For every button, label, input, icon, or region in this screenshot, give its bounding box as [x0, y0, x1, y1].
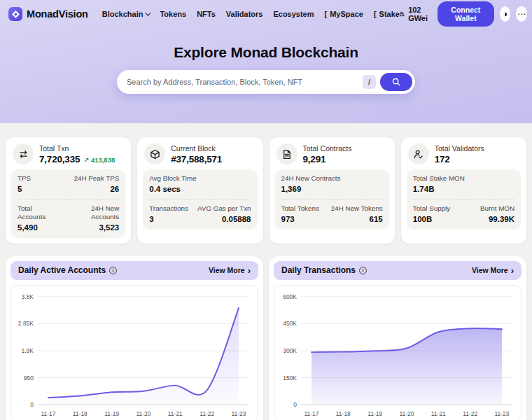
search-button[interactable] [380, 73, 412, 91]
theme-toggle-button[interactable]: ◑ [500, 6, 510, 22]
stat-delta: ↗ 413,838 [83, 156, 115, 164]
stat-subcard: TPS5 24H Peak TPS26 Total Accounts5,490 … [11, 169, 125, 238]
info-icon: i [109, 267, 117, 274]
daily-active-accounts-card: Daily Active Accountsi View More› 09501.… [6, 256, 263, 420]
dashed-divider [18, 199, 119, 200]
svg-text:3.8K: 3.8K [22, 293, 34, 300]
stat-label: Total Validators [435, 144, 484, 153]
svg-text:11-23: 11-23 [231, 410, 246, 417]
daily-transactions-chart: 0150K300K450K600K11-1711-1811-1911-2011-… [274, 286, 521, 420]
nav-right: 102 GWei Connect Wallet ◑ ⋯ [400, 1, 527, 27]
chart-plot-area: 09501.9K2.85K3.8K11-1711-1811-1911-2011-… [10, 285, 258, 420]
navbar: MonadVision Blockchain Tokens NFTs Valid… [0, 0, 532, 28]
more-menu-button[interactable]: ⋯ [516, 6, 526, 22]
svg-text:11-21: 11-21 [431, 410, 446, 417]
exchange-icon [13, 144, 34, 164]
charts-row: Daily Active Accountsi View More› 09501.… [6, 256, 526, 420]
trend-up-icon: ↗ [83, 156, 89, 164]
chart-header: Daily Active Accountsi View More› [10, 261, 258, 280]
nav-item-ecosystem[interactable]: Ecosystem [273, 10, 314, 18]
svg-text:11-23: 11-23 [494, 410, 509, 417]
svg-text:150K: 150K [283, 374, 297, 382]
view-more-button[interactable]: View More› [209, 266, 251, 275]
stat-card-total-txn: Total Txn 7,720,335 ↗ 413,838 TPS5 24H P… [6, 137, 131, 244]
nav-links: Blockchain Tokens NFTs Validators Ecosys… [102, 10, 400, 18]
view-more-button[interactable]: View More› [472, 266, 514, 275]
svg-text:11-19: 11-19 [368, 410, 382, 417]
keyboard-shortcut-badge: / [363, 75, 376, 89]
cube-icon [144, 144, 165, 164]
chevron-down-icon [146, 10, 151, 15]
brand[interactable]: MonadVision [8, 7, 88, 21]
chart-plot-area: 0150K300K450K600K11-1711-1811-1911-2011-… [274, 285, 522, 420]
stat-value: 9,291 [303, 154, 326, 164]
svg-text:11-18: 11-18 [336, 410, 351, 417]
validator-icon [408, 144, 429, 164]
theme-toggle-icon: ◑ [503, 10, 507, 18]
chevron-right-icon: › [248, 266, 251, 275]
chevron-right-icon: › [511, 266, 514, 275]
svg-text:11-21: 11-21 [168, 410, 183, 417]
svg-text:450K: 450K [283, 320, 297, 327]
dashed-divider [149, 199, 251, 200]
nav-item-tokens[interactable]: Tokens [160, 10, 186, 18]
svg-text:950: 950 [24, 374, 34, 382]
gas-pump-icon [400, 10, 405, 18]
nav-item-myspace[interactable]: [MySpace [325, 10, 363, 18]
svg-text:600K: 600K [283, 293, 297, 300]
svg-text:2.85K: 2.85K [18, 320, 34, 327]
dashed-divider [413, 199, 514, 200]
more-icon: ⋯ [517, 10, 526, 18]
nav-item-stake[interactable]: [Stake [374, 10, 400, 18]
daily-transactions-card: Daily Transactionsi View More› 0150K300K… [269, 256, 526, 420]
svg-text:300K: 300K [283, 347, 297, 354]
svg-text:11-19: 11-19 [104, 410, 119, 417]
brand-name: MonadVision [27, 8, 88, 20]
stat-subcard: 24H New Contracts1,369 Total Tokens973 2… [275, 169, 389, 230]
page-title: Explore Monad Blockchain [0, 44, 532, 61]
gas-price: 102 GWei [400, 6, 432, 22]
stat-label: Total Txn [39, 144, 115, 153]
stake-icon: [ [374, 10, 377, 18]
stat-subcard: Total Stake MON1.74B Total Supply100B Bu… [407, 169, 521, 230]
stat-value: #37,588,571 [171, 154, 222, 164]
stat-value: 7,720,335 [39, 154, 80, 164]
svg-text:0: 0 [30, 401, 34, 408]
stat-card-total-validators: Total Validators 172 Total Stake MON1.74… [401, 137, 526, 244]
hero-section: MonadVision Blockchain Tokens NFTs Valid… [0, 0, 532, 123]
svg-text:11-22: 11-22 [463, 410, 477, 417]
nav-item-nfts[interactable]: NFTs [197, 10, 216, 18]
stat-label: Total Contracts [303, 144, 352, 153]
daily-active-accounts-chart: 09501.9K2.85K3.8K11-1711-1811-1911-2011-… [11, 286, 258, 420]
monad-logo-icon [8, 7, 22, 21]
chart-header: Daily Transactionsi View More› [274, 261, 522, 280]
svg-text:11-20: 11-20 [136, 410, 150, 417]
chart-title: Daily Active Accountsi [18, 265, 117, 275]
search-icon [391, 77, 401, 87]
stat-card-total-contracts: Total Contracts 9,291 24H New Contracts1… [270, 137, 395, 244]
svg-text:1.9K: 1.9K [22, 347, 34, 354]
search-input[interactable] [127, 78, 363, 86]
svg-text:0: 0 [293, 401, 297, 408]
search-bar: / [117, 70, 415, 94]
svg-text:11-22: 11-22 [200, 410, 214, 417]
stat-label: Current Block [171, 144, 222, 153]
stat-card-current-block: Current Block #37,588,571 Avg Block Time… [137, 137, 262, 244]
svg-text:11-20: 11-20 [399, 410, 414, 417]
nav-item-blockchain[interactable]: Blockchain [102, 10, 150, 18]
info-icon: i [359, 267, 367, 274]
stat-subcard: Avg Block Time0.4 secs Transactions3 AVG… [143, 169, 257, 230]
stat-value: 172 [435, 154, 450, 164]
myspace-icon: [ [325, 10, 328, 18]
dashed-divider [281, 199, 383, 200]
svg-text:11-18: 11-18 [73, 410, 88, 417]
connect-wallet-button[interactable]: Connect Wallet [438, 1, 494, 27]
stats-row: Total Txn 7,720,335 ↗ 413,838 TPS5 24H P… [6, 137, 526, 244]
svg-text:11-17: 11-17 [304, 410, 318, 417]
nav-item-validators[interactable]: Validators [226, 10, 263, 18]
contract-icon [276, 144, 298, 164]
svg-text:11-17: 11-17 [41, 410, 55, 417]
chart-title: Daily Transactionsi [281, 265, 367, 275]
